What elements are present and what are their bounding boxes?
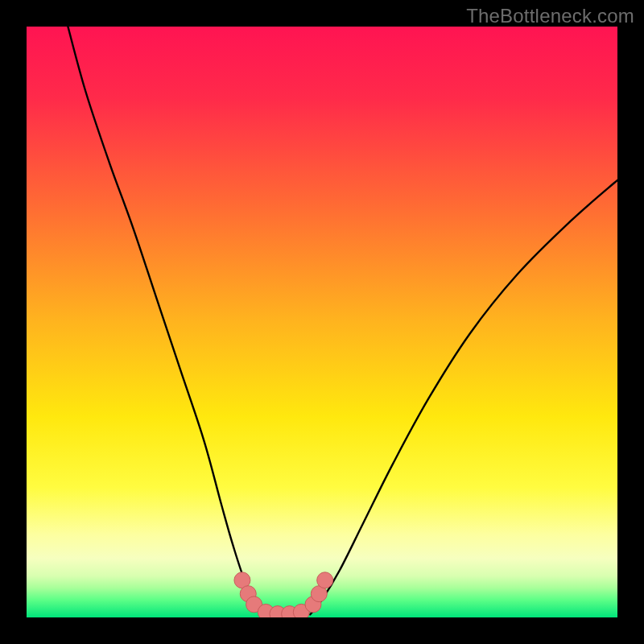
gradient-background bbox=[27, 27, 617, 617]
outer-frame: TheBottleneck.com bbox=[0, 0, 644, 644]
chart-svg bbox=[27, 27, 617, 617]
watermark-text: TheBottleneck.com bbox=[466, 5, 634, 27]
valley-marker bbox=[317, 572, 333, 588]
